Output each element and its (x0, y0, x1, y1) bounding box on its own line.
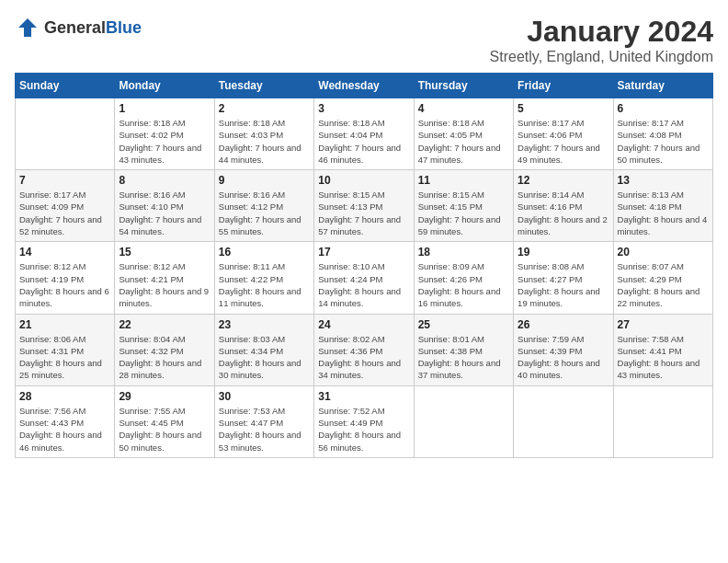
day-cell: 1Sunrise: 8:18 AMSunset: 4:02 PMDaylight… (115, 98, 214, 170)
logo-icon (15, 15, 40, 40)
logo-text-blue: Blue (106, 18, 142, 37)
day-info: Sunrise: 8:02 AMSunset: 4:36 PMDaylight:… (318, 333, 409, 382)
day-info: Sunrise: 8:13 AMSunset: 4:18 PMDaylight:… (618, 189, 709, 237)
day-number: 21 (19, 318, 110, 331)
day-cell: 2Sunrise: 8:18 AMSunset: 4:03 PMDaylight… (214, 98, 313, 170)
day-header-friday: Friday (514, 74, 613, 98)
day-cell: 14Sunrise: 8:12 AMSunset: 4:19 PMDayligh… (16, 242, 115, 314)
calendar-header: SundayMondayTuesdayWednesdayThursdayFrid… (16, 74, 713, 98)
day-number: 6 (618, 102, 709, 115)
day-cell: 24Sunrise: 8:02 AMSunset: 4:36 PMDayligh… (314, 314, 414, 385)
calendar-body: 1Sunrise: 8:18 AMSunset: 4:02 PMDaylight… (16, 98, 713, 458)
day-cell: 28Sunrise: 7:56 AMSunset: 4:43 PMDayligh… (16, 385, 115, 457)
day-cell: 10Sunrise: 8:15 AMSunset: 4:13 PMDayligh… (314, 170, 414, 242)
day-number: 8 (119, 174, 210, 187)
day-cell: 21Sunrise: 8:06 AMSunset: 4:31 PMDayligh… (16, 314, 115, 385)
day-info: Sunrise: 8:17 AMSunset: 4:09 PMDaylight:… (19, 189, 110, 237)
day-cell (613, 385, 712, 457)
day-header-saturday: Saturday (613, 74, 712, 98)
day-info: Sunrise: 8:12 AMSunset: 4:21 PMDaylight:… (119, 260, 210, 309)
day-cell: 17Sunrise: 8:10 AMSunset: 4:24 PMDayligh… (314, 242, 414, 314)
day-header-sunday: Sunday (16, 74, 115, 98)
calendar-subtitle: Streetly, England, United Kingdom (490, 49, 713, 65)
week-row-5: 28Sunrise: 7:56 AMSunset: 4:43 PMDayligh… (16, 385, 713, 457)
day-info: Sunrise: 8:18 AMSunset: 4:04 PMDaylight:… (318, 117, 409, 166)
logo-text-general: General (44, 18, 106, 37)
day-number: 3 (318, 102, 409, 115)
day-number: 11 (418, 174, 509, 187)
day-number: 1 (119, 102, 210, 115)
day-number: 18 (418, 246, 509, 259)
day-cell: 5Sunrise: 8:17 AMSunset: 4:06 PMDaylight… (514, 98, 613, 170)
week-row-1: 1Sunrise: 8:18 AMSunset: 4:02 PMDaylight… (16, 98, 713, 170)
day-cell: 22Sunrise: 8:04 AMSunset: 4:32 PMDayligh… (115, 314, 214, 385)
day-info: Sunrise: 7:56 AMSunset: 4:43 PMDaylight:… (19, 405, 110, 454)
week-row-2: 7Sunrise: 8:17 AMSunset: 4:09 PMDaylight… (16, 170, 713, 242)
title-area: January 2024 Streetly, England, United K… (490, 15, 713, 65)
day-number: 23 (219, 318, 310, 331)
day-number: 24 (318, 318, 409, 331)
day-number: 22 (119, 318, 210, 331)
day-info: Sunrise: 8:01 AMSunset: 4:38 PMDaylight:… (418, 333, 509, 382)
day-header-monday: Monday (115, 74, 214, 98)
day-number: 15 (119, 246, 210, 259)
day-number: 13 (618, 174, 709, 187)
day-info: Sunrise: 8:14 AMSunset: 4:16 PMDaylight:… (518, 189, 609, 237)
day-cell: 7Sunrise: 8:17 AMSunset: 4:09 PMDaylight… (16, 170, 115, 242)
day-number: 16 (219, 246, 310, 259)
day-cell (414, 385, 513, 457)
day-number: 17 (318, 246, 409, 259)
day-cell: 6Sunrise: 8:17 AMSunset: 4:08 PMDaylight… (613, 98, 712, 170)
day-info: Sunrise: 8:16 AMSunset: 4:10 PMDaylight:… (119, 189, 210, 237)
header-area: GeneralBlue January 2024 Streetly, Engla… (15, 15, 713, 65)
day-number: 10 (318, 174, 409, 187)
day-cell (16, 98, 115, 170)
day-number: 5 (518, 102, 609, 115)
day-number: 12 (518, 174, 609, 187)
day-cell: 11Sunrise: 8:15 AMSunset: 4:15 PMDayligh… (414, 170, 513, 242)
day-cell: 19Sunrise: 8:08 AMSunset: 4:27 PMDayligh… (514, 242, 613, 314)
day-cell: 30Sunrise: 7:53 AMSunset: 4:47 PMDayligh… (214, 385, 313, 457)
day-cell: 27Sunrise: 7:58 AMSunset: 4:41 PMDayligh… (613, 314, 712, 385)
day-number: 7 (19, 174, 110, 187)
day-cell (514, 385, 613, 457)
day-header-tuesday: Tuesday (214, 74, 313, 98)
day-header-wednesday: Wednesday (314, 74, 414, 98)
day-cell: 8Sunrise: 8:16 AMSunset: 4:10 PMDaylight… (115, 170, 214, 242)
day-cell: 23Sunrise: 8:03 AMSunset: 4:34 PMDayligh… (214, 314, 313, 385)
day-info: Sunrise: 7:58 AMSunset: 4:41 PMDaylight:… (618, 333, 709, 382)
day-info: Sunrise: 7:53 AMSunset: 4:47 PMDaylight:… (219, 405, 310, 454)
svg-marker-0 (18, 18, 37, 37)
day-number: 14 (19, 246, 110, 259)
day-header-thursday: Thursday (414, 74, 513, 98)
day-info: Sunrise: 8:03 AMSunset: 4:34 PMDaylight:… (219, 333, 310, 382)
days-header-row: SundayMondayTuesdayWednesdayThursdayFrid… (16, 74, 713, 98)
day-info: Sunrise: 8:15 AMSunset: 4:13 PMDaylight:… (318, 189, 409, 237)
logo: GeneralBlue (15, 15, 142, 40)
day-info: Sunrise: 8:17 AMSunset: 4:06 PMDaylight:… (518, 117, 609, 166)
day-cell: 31Sunrise: 7:52 AMSunset: 4:49 PMDayligh… (314, 385, 414, 457)
calendar-title: January 2024 (490, 15, 713, 49)
day-number: 2 (219, 102, 310, 115)
day-info: Sunrise: 8:08 AMSunset: 4:27 PMDaylight:… (518, 260, 609, 309)
week-row-4: 21Sunrise: 8:06 AMSunset: 4:31 PMDayligh… (16, 314, 713, 385)
week-row-3: 14Sunrise: 8:12 AMSunset: 4:19 PMDayligh… (16, 242, 713, 314)
day-info: Sunrise: 8:18 AMSunset: 4:05 PMDaylight:… (418, 117, 509, 166)
day-info: Sunrise: 8:09 AMSunset: 4:26 PMDaylight:… (418, 260, 509, 309)
day-number: 30 (219, 390, 310, 403)
day-number: 26 (518, 318, 609, 331)
day-cell: 20Sunrise: 8:07 AMSunset: 4:29 PMDayligh… (613, 242, 712, 314)
day-number: 25 (418, 318, 509, 331)
day-info: Sunrise: 7:55 AMSunset: 4:45 PMDaylight:… (119, 405, 210, 454)
day-cell: 18Sunrise: 8:09 AMSunset: 4:26 PMDayligh… (414, 242, 513, 314)
day-info: Sunrise: 7:52 AMSunset: 4:49 PMDaylight:… (318, 405, 409, 454)
day-info: Sunrise: 8:06 AMSunset: 4:31 PMDaylight:… (19, 333, 110, 382)
day-info: Sunrise: 7:59 AMSunset: 4:39 PMDaylight:… (518, 333, 609, 382)
day-info: Sunrise: 8:11 AMSunset: 4:22 PMDaylight:… (219, 260, 310, 309)
day-number: 9 (219, 174, 310, 187)
calendar-table: SundayMondayTuesdayWednesdayThursdayFrid… (15, 73, 713, 458)
day-info: Sunrise: 8:10 AMSunset: 4:24 PMDaylight:… (318, 260, 409, 309)
day-number: 20 (618, 246, 709, 259)
day-info: Sunrise: 8:18 AMSunset: 4:02 PMDaylight:… (119, 117, 210, 166)
day-cell: 25Sunrise: 8:01 AMSunset: 4:38 PMDayligh… (414, 314, 513, 385)
